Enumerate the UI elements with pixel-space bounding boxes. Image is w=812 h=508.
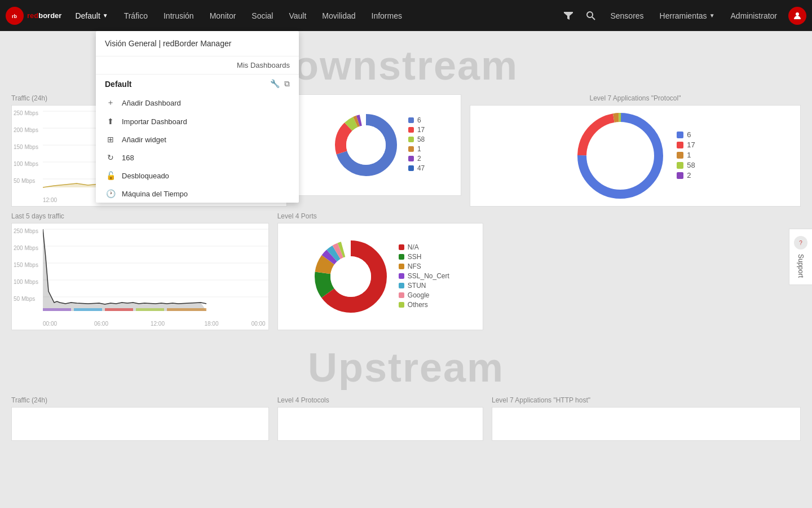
legend-label: 1 bbox=[417, 145, 421, 153]
import-dashboard-item[interactable]: ⬆ Importar Dashboard bbox=[96, 112, 299, 130]
legend-color-dot bbox=[677, 172, 683, 179]
upstream-traffic-title: Traffic (24h) bbox=[11, 396, 269, 404]
legend-item: N/A bbox=[399, 243, 449, 251]
legend-item: Google bbox=[399, 291, 449, 299]
legend-color-dot bbox=[399, 292, 404, 298]
legend-item: 58 bbox=[408, 135, 425, 143]
last5days-chart-area: 250 Mbps 200 Mbps 150 Mbps 100 Mbps 50 M… bbox=[11, 223, 269, 330]
nav-intrusion[interactable]: Intrusión bbox=[156, 0, 202, 31]
y-label-50: 50 Mbps bbox=[14, 178, 35, 184]
time-machine-item[interactable]: 🕐 Máquina del Tiempo bbox=[96, 185, 299, 203]
svg-rect-32 bbox=[136, 308, 164, 311]
nav-herramientas[interactable]: Herramientas ▼ bbox=[652, 0, 723, 31]
legend-label: 58 bbox=[417, 135, 425, 143]
legend-label: NFS bbox=[408, 262, 421, 270]
legend-color-dot bbox=[677, 152, 683, 159]
legend-color-dot bbox=[399, 283, 404, 288]
svg-rect-33 bbox=[167, 308, 206, 311]
legend-label: Others bbox=[408, 301, 428, 309]
svg-point-2 bbox=[587, 12, 593, 17]
unlock-icon: 🔓 bbox=[105, 171, 116, 180]
legend-color-dot bbox=[399, 264, 404, 269]
legend-color-dot bbox=[399, 254, 404, 260]
legend-item: 17 bbox=[408, 126, 425, 134]
upstream-level7-chart bbox=[492, 407, 801, 441]
upstream-level7-widget: Level 7 Applications "HTTP host" bbox=[492, 396, 801, 441]
nav-default[interactable]: Default ▼ bbox=[67, 0, 116, 31]
legend-label: 2 bbox=[687, 171, 691, 179]
grid-icon: ⊞ bbox=[105, 135, 116, 144]
small-donut-legend: 6 17 58 1 2 47 bbox=[408, 116, 425, 174]
legend-item: NFS bbox=[399, 262, 449, 270]
last5days-title: Last 5 days traffic bbox=[11, 212, 269, 220]
unlock-item[interactable]: 🔓 Desbloqueado bbox=[96, 167, 299, 185]
last5days-widget: Last 5 days traffic 250 Mbps 200 Mbps 15… bbox=[11, 212, 269, 330]
nav-movilidad[interactable]: Movilidad bbox=[314, 0, 363, 31]
svg-point-22 bbox=[595, 131, 645, 181]
legend-color-dot bbox=[399, 244, 404, 250]
support-sidebar[interactable]: ? Support bbox=[789, 229, 812, 285]
level4ports-title: Level 4 Ports bbox=[277, 212, 483, 220]
search-icon-btn[interactable] bbox=[580, 0, 602, 31]
level7-large-chart: 6 17 1 58 2 bbox=[470, 105, 801, 207]
legend-color-dot bbox=[677, 162, 683, 169]
legend-color-dot bbox=[408, 137, 414, 142]
add-dashboard-item[interactable]: ＋ Añadir Dashboard bbox=[96, 93, 299, 112]
nav-monitor[interactable]: Monitor bbox=[202, 0, 244, 31]
svg-rect-31 bbox=[105, 308, 133, 311]
user-avatar[interactable] bbox=[788, 7, 806, 25]
default-dropdown-menu: Visión General | redBorder Manager Mis D… bbox=[96, 31, 299, 203]
svg-text:rb: rb bbox=[12, 14, 17, 19]
legend-item: 6 bbox=[677, 130, 695, 139]
legend-item: STUN bbox=[399, 282, 449, 290]
nav-social[interactable]: Social bbox=[244, 0, 281, 31]
copy-icon[interactable]: ⧉ bbox=[284, 79, 290, 89]
herramientas-arrow-icon: ▼ bbox=[709, 12, 715, 19]
legend-item: 2 bbox=[677, 171, 695, 179]
dropdown-section: Default 🔧 ⧉ bbox=[96, 75, 299, 93]
upstream-traffic-widget: Traffic (24h) bbox=[11, 396, 269, 441]
refresh-item[interactable]: ↻ 168 bbox=[96, 148, 299, 167]
my-dashboards-link[interactable]: Mis Dashboards bbox=[96, 56, 299, 75]
legend-item: SSH bbox=[399, 253, 449, 261]
upstream-title: Upstream bbox=[0, 333, 812, 393]
filter-icon-btn[interactable] bbox=[557, 0, 580, 31]
upstream-level4-chart bbox=[277, 407, 483, 441]
svg-rect-29 bbox=[43, 308, 71, 311]
legend-color-dot bbox=[399, 273, 404, 279]
legend-item: 1 bbox=[408, 145, 425, 153]
legend-color-dot bbox=[408, 165, 414, 171]
logo-circle: rb bbox=[6, 7, 24, 25]
legend-item: 47 bbox=[408, 164, 425, 172]
level4ports-legend: N/A SSH NFS SSL_No_Cert STUN Google Othe… bbox=[399, 243, 449, 310]
level7-large-widget: Level 7 Applications "Protocol" 6 17 bbox=[470, 94, 801, 207]
dropdown-section-title: Default bbox=[105, 80, 131, 89]
brand-logo[interactable]: rb redborder bbox=[6, 7, 61, 25]
nav-informes[interactable]: Informes bbox=[364, 0, 410, 31]
upstream-level4-widget: Level 4 Protocols bbox=[277, 396, 483, 441]
add-widget-item[interactable]: ⊞ Añadir widget bbox=[96, 130, 299, 148]
navbar: rb redborder Default ▼ Tráfico Intrusión… bbox=[0, 0, 812, 31]
legend-label: Google bbox=[408, 291, 430, 299]
downstream-second-row: Last 5 days traffic 250 Mbps 200 Mbps 15… bbox=[0, 209, 812, 333]
clock-icon: 🕐 bbox=[105, 189, 116, 198]
legend-label: 2 bbox=[417, 155, 421, 163]
y-label-100: 100 Mbps bbox=[14, 161, 38, 167]
dropdown-arrow-icon: ▼ bbox=[103, 12, 108, 19]
import-icon: ⬆ bbox=[105, 117, 116, 126]
nav-sensores[interactable]: Sensores bbox=[602, 0, 651, 31]
legend-item: 2 bbox=[408, 155, 425, 163]
plus-icon: ＋ bbox=[105, 98, 116, 108]
svg-rect-30 bbox=[74, 308, 102, 311]
nav-administrator[interactable]: Administrator bbox=[723, 0, 785, 31]
nav-trafico[interactable]: Tráfico bbox=[116, 0, 156, 31]
svg-point-4 bbox=[796, 12, 799, 16]
dropdown-header: Visión General | redBorder Manager bbox=[96, 31, 299, 56]
legend-color-dot bbox=[408, 146, 414, 152]
wrench-icon[interactable]: 🔧 bbox=[270, 79, 280, 89]
legend-label: 1 bbox=[687, 151, 691, 159]
level4ports-widget: Level 4 Ports bbox=[277, 212, 483, 330]
svg-point-41 bbox=[330, 256, 371, 297]
legend-color-dot bbox=[408, 117, 414, 123]
nav-vault[interactable]: Vault bbox=[281, 0, 314, 31]
